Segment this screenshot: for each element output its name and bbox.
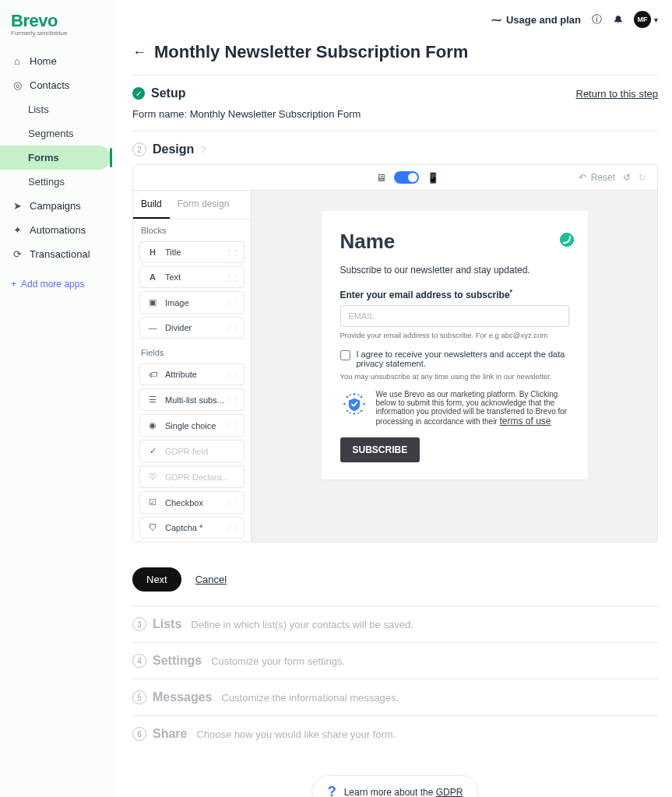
usage-and-plan-link[interactable]: ⁓ Usage and plan (491, 14, 581, 26)
return-to-step-link[interactable]: Return to this step (576, 88, 659, 100)
sidebar-item-lists[interactable]: Lists (0, 97, 115, 121)
step-number: 6 (132, 727, 146, 741)
cancel-button[interactable]: Cancel (195, 574, 227, 585)
undo-history-icon[interactable]: ↺ (623, 172, 631, 183)
sidebar-item-transactional[interactable]: ⟳ Transactional (0, 242, 115, 266)
preview-email-label[interactable]: Enter your email address to subscribe* (340, 288, 569, 300)
sidebar-item-label: Contacts (30, 79, 69, 91)
checkbox-icon: ☑ (146, 497, 159, 507)
activity-icon: ⁓ (491, 14, 501, 26)
form-canvas[interactable]: Name Subscribe to our newsletter and sta… (252, 191, 657, 542)
terms-of-use-link[interactable]: terms of use (499, 416, 551, 427)
next-button[interactable]: Next (132, 567, 181, 592)
svg-point-3 (343, 402, 346, 405)
tab-build[interactable]: Build (133, 191, 170, 219)
field-single-choice[interactable]: ◉Single choice⋮⋮ (139, 414, 245, 437)
automation-icon: ✦ (11, 224, 23, 236)
grip-icon: ⋮⋮ (225, 248, 239, 257)
shield-icon: ✓ (146, 446, 159, 456)
tab-form-design[interactable]: Form design (170, 191, 237, 219)
step-design: 2 Design ? 🖥 📱 ↶ Reset (132, 132, 658, 553)
block-title[interactable]: HTitle⋮⋮ (139, 241, 245, 263)
send-icon: ➤ (11, 200, 23, 212)
sidebar-nav: ⌂ Home ◎ Contacts Lists Segments Forms S… (0, 49, 115, 266)
step-desc: Customize the informational messages. (222, 692, 399, 704)
sidebar-item-automations[interactable]: ✦ Automations (0, 218, 115, 242)
step-setup: ✓ Setup Return to this step Form name: M… (132, 75, 658, 132)
step-messages[interactable]: 5 Messages Customize the informational m… (132, 679, 658, 716)
field-attribute[interactable]: 🏷Attribute⋮⋮ (139, 363, 245, 385)
desktop-view-icon[interactable]: 🖥 (376, 172, 386, 184)
info-icon[interactable]: ? (200, 144, 206, 156)
preview-email-input[interactable] (340, 305, 569, 327)
preview-unsubscribe-note: You may unsubscribe at any time using th… (340, 371, 569, 381)
sidebar-item-campaigns[interactable]: ➤ Campaigns (0, 194, 115, 218)
gdpr-help-pill[interactable]: ? Learn more about the GDPR (311, 775, 480, 797)
mobile-view-icon[interactable]: 📱 (427, 172, 439, 184)
form-preview: Name Subscribe to our newsletter and sta… (322, 211, 588, 479)
page-header: ← Monthly Newsletter Subscription Form (132, 34, 658, 75)
step-title: Setup (151, 86, 185, 100)
step-share[interactable]: 6 Share Choose how you would like share … (132, 716, 658, 752)
gdpr-link[interactable]: GDPR (436, 787, 463, 798)
step-settings[interactable]: 4 Settings Customize your form settings. (132, 643, 658, 679)
preview-title[interactable]: Name (340, 230, 569, 254)
notifications-icon[interactable]: 🔔︎ (613, 14, 623, 26)
grammarly-icon[interactable] (560, 233, 574, 247)
topbar: ⁓ Usage and plan ⓘ 🔔︎ MF ▾ (132, 0, 658, 34)
sidebar-item-settings[interactable]: Settings (0, 170, 115, 194)
plus-icon: + (11, 279, 16, 290)
preview-consent-checkbox[interactable] (340, 350, 350, 360)
field-multilist[interactable]: ☰Multi-list subs...⋮⋮ (139, 388, 245, 411)
grip-icon: ⋮⋮ (225, 498, 239, 507)
reset-button[interactable]: ↶ Reset (579, 172, 615, 183)
block-text[interactable]: AText⋮⋮ (139, 266, 245, 288)
preview-subtitle[interactable]: Subscribe to our newsletter and stay upd… (340, 265, 569, 276)
eu-shield-icon (340, 390, 368, 418)
account-menu[interactable]: MF ▾ (634, 11, 658, 28)
heading-icon: H (146, 248, 159, 257)
chevron-down-icon: ▾ (654, 16, 658, 24)
main-content: ⁓ Usage and plan ⓘ 🔔︎ MF ▾ ← Monthly New… (115, 0, 672, 797)
grip-icon: ⋮⋮ (225, 273, 239, 282)
add-more-apps-link[interactable]: + Add more apps (0, 266, 115, 302)
help-icon[interactable]: ⓘ (592, 12, 602, 26)
tag-icon: 🏷 (146, 370, 159, 379)
step-number: 2 (132, 142, 146, 156)
form-name-row: Form name: Monthly Newsletter Subscripti… (132, 100, 658, 120)
preview-subscribe-button[interactable]: SUBSCRIBE (340, 437, 420, 462)
svg-point-1 (353, 393, 355, 395)
block-divider[interactable]: —Divider⋮⋮ (139, 317, 245, 339)
radio-icon: ◉ (146, 420, 159, 430)
svg-point-8 (360, 409, 362, 412)
avatar: MF (634, 11, 651, 28)
block-image[interactable]: ▣Image⋮⋮ (139, 291, 245, 314)
sidebar-item-contacts[interactable]: ◎ Contacts (0, 73, 115, 97)
sidebar-item-home[interactable]: ⌂ Home (0, 49, 115, 73)
question-icon: ? (328, 784, 336, 797)
svg-point-5 (346, 395, 348, 398)
preview-consent-row[interactable]: I agree to receive your newsletters and … (340, 349, 569, 368)
sidebar: Brevo Formerly sendinblue ⌂ Home ◎ Conta… (0, 0, 115, 797)
step-lists[interactable]: 3 Lists Define in which list(s) your con… (132, 606, 658, 643)
back-button[interactable]: ← (132, 44, 146, 61)
step-title: Share (153, 727, 187, 741)
text-icon: A (146, 272, 159, 282)
field-checkbox[interactable]: ☑Checkbox⋮⋮ (139, 491, 245, 514)
brand-logo[interactable]: Brevo Formerly sendinblue (0, 11, 115, 38)
view-toggle[interactable] (394, 171, 419, 184)
sidebar-item-forms[interactable]: Forms (0, 146, 111, 170)
divider-icon: — (146, 323, 159, 332)
repeat-icon: ⟳ (11, 248, 23, 260)
field-gdpr: ✓GDPR field (139, 440, 245, 462)
grip-icon: ⋮⋮ (225, 324, 239, 332)
sidebar-item-segments[interactable]: Segments (0, 121, 115, 146)
field-captcha[interactable]: ⛉Captcha *⋮⋮ (139, 517, 245, 539)
grip-icon: ⋮⋮ (225, 524, 239, 532)
contacts-icon: ◎ (11, 79, 23, 91)
undo-icon: ↶ (579, 172, 586, 183)
redo-history-icon[interactable]: ↻ (639, 172, 646, 183)
svg-point-9 (349, 394, 350, 395)
home-icon: ⌂ (11, 55, 23, 67)
step-title: Lists (153, 617, 181, 631)
